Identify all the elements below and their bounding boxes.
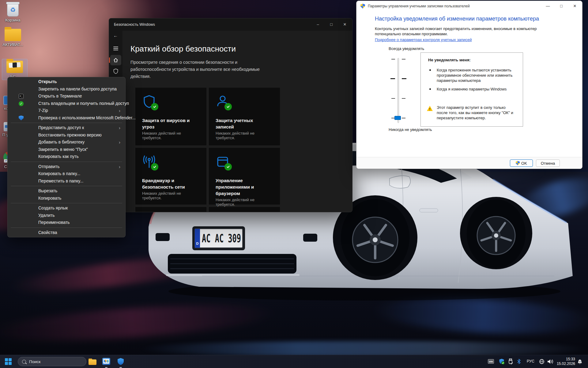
app-window-icon <box>216 155 232 171</box>
tray-clock[interactable]: 15:33 15.02.2026 <box>556 357 575 366</box>
info-bullet: Когда я изменяю параметры Windows <box>437 86 514 92</box>
menu-item-create-shortcut[interactable]: Создать ярлык <box>8 205 125 212</box>
window-title: Безопасность Windows <box>114 18 155 31</box>
tray-notification-bell-icon[interactable]: z <box>577 359 583 365</box>
notification-info-box: Не уведомлять меня: Когда приложения пыт… <box>420 52 523 127</box>
window-title: Параметры управления учетными записями п… <box>368 1 470 11</box>
tray-bluetooth-icon[interactable] <box>517 359 521 364</box>
start-button[interactable] <box>5 358 12 365</box>
slider-tick <box>402 59 405 59</box>
warning-text: Этот параметр вступит в силу только посл… <box>437 105 516 121</box>
uac-shield-icon <box>360 4 365 9</box>
menu-item-cut[interactable]: Вырезать <box>8 187 125 195</box>
menu-item-delete[interactable]: Удалить <box>8 212 125 219</box>
tile-title: Управление приложениями и браузером <box>216 177 272 197</box>
menu-item-restore-previous[interactable]: Восстановить прежнюю версию <box>8 132 125 139</box>
maximize-button[interactable]: □ <box>325 18 338 31</box>
sidebar-item-home[interactable] <box>110 55 121 65</box>
desktop-icon-recycle-bin[interactable]: ♻ Корзина <box>0 3 26 22</box>
minimize-button[interactable]: – <box>311 18 325 31</box>
menu-item-send-to[interactable]: Отправить› <box>8 163 125 171</box>
menu-item-copy-to-folder[interactable]: Копировать в папку... <box>8 170 125 178</box>
slider-tick-default <box>390 78 395 79</box>
shield-check-icon: ✓ <box>19 101 24 106</box>
menu-item-pin-quick-access[interactable]: Закрепить на панели быстрого доступа <box>8 86 125 93</box>
menu-separator <box>11 186 122 186</box>
recycle-glyph: ♻ <box>10 6 16 13</box>
tile-status: Никаких действий не требуется. <box>142 131 200 140</box>
menu-item-7zip[interactable]: 7-Zip› <box>8 107 125 114</box>
check-badge-icon <box>224 103 232 110</box>
menu-hamburger-icon[interactable] <box>113 46 118 51</box>
home-icon <box>113 57 119 63</box>
menu-item-give-access[interactable]: Предоставить доступ к› <box>8 124 125 132</box>
menu-item-open-terminal[interactable]: >_Открыть в Терминале <box>8 93 125 100</box>
submenu-arrow-icon: › <box>119 124 120 132</box>
folder-icon <box>5 29 21 41</box>
uac-details-link[interactable]: Подробнее о параметрах контроля учетных … <box>375 37 472 42</box>
taskbar-defender-icon[interactable] <box>117 358 124 366</box>
sidebar-item-protection[interactable] <box>113 68 119 75</box>
desktop-icon-aktivat-folder[interactable]: АКТИВАТ... <box>0 29 26 47</box>
menu-separator <box>11 162 122 162</box>
clock-time: 15:33 <box>556 357 575 362</box>
menu-item-defender-scan[interactable]: Проверка с использованием Microsoft Defe… <box>8 114 125 122</box>
pie-chart-glyph <box>104 360 107 362</box>
tile-title: Брандмауэр и безопасность сети <box>142 177 198 190</box>
tile-status: Никаких действий не требуется. <box>142 191 200 200</box>
menu-item-rename[interactable]: Переименовать <box>8 219 125 226</box>
tile-partial[interactable] <box>209 207 280 212</box>
close-button[interactable]: ✕ <box>568 1 582 11</box>
menu-item-add-to-library[interactable]: Добавить в библиотеку› <box>8 139 125 146</box>
slider-tick <box>402 98 405 99</box>
warning-icon: ! <box>427 106 433 111</box>
menu-item-open[interactable]: Открыть <box>8 78 125 86</box>
menu-separator <box>11 203 122 203</box>
window-controls: – □ ✕ <box>311 18 352 31</box>
tile-partial[interactable] <box>135 207 206 212</box>
tile-firewall-network[interactable]: Брандмауэр и безопасность сети Никаких д… <box>135 148 206 205</box>
menu-item-copy-as-path[interactable]: Копировать как путь <box>8 153 125 160</box>
menu-item-move-to-folder[interactable]: Переместить в папку... <box>8 178 125 185</box>
ok-button[interactable]: OK <box>510 159 533 167</box>
maximize-button[interactable]: □ <box>555 1 568 11</box>
info-box-title: Не уведомлять меня: <box>428 58 471 62</box>
taskbar: Поиск vm РУС <box>0 355 588 368</box>
menu-item-copy[interactable]: Копировать <box>8 195 125 202</box>
tray-network-globe-icon[interactable] <box>539 359 545 364</box>
recycle-bin-icon: ♻ <box>7 3 19 17</box>
menu-separator <box>11 123 122 123</box>
tray-volume-icon[interactable] <box>547 359 554 364</box>
tray-vmware-icon[interactable]: vm <box>488 359 494 364</box>
search-input[interactable]: Поиск <box>18 357 86 366</box>
menu-item-pin-to-start[interactable]: Закрепить в меню "Пуск" <box>8 146 125 153</box>
menu-item-take-ownership[interactable]: ✓Стать владельцем и получить полный дост… <box>8 100 125 107</box>
uac-shield-icon <box>516 161 520 165</box>
tray-usb-eject-icon[interactable] <box>508 358 513 365</box>
account-icon <box>216 94 232 110</box>
tray-language-indicator[interactable]: РУС <box>527 359 534 363</box>
shield-icon <box>113 68 119 74</box>
tray-security-shield-icon[interactable] <box>499 358 505 365</box>
open-folder-icon <box>6 61 23 73</box>
slider-bottom-label: Никогда не уведомлять <box>389 127 432 132</box>
check-badge-icon <box>151 163 158 171</box>
tile-account-protection[interactable]: Защита учетных записей Никаких действий … <box>209 88 280 145</box>
defender-shield-icon <box>19 116 24 121</box>
minimize-button[interactable]: — <box>541 1 555 11</box>
info-bullet: Когда приложения пытаются установить про… <box>437 67 514 83</box>
uac-slider-thumb[interactable] <box>394 116 401 120</box>
cancel-button[interactable]: Отмена <box>536 159 560 167</box>
back-arrow-icon[interactable]: ← <box>113 33 118 38</box>
submenu-arrow-icon: › <box>119 107 120 114</box>
tile-app-browser-control[interactable]: Управление приложениями и браузером Ника… <box>209 148 280 205</box>
tile-virus-threat-protection[interactable]: Защита от вирусов и угроз Никаких действ… <box>135 88 206 145</box>
menu-item-properties[interactable]: Свойства <box>8 229 125 236</box>
security-tiles: Защита от вирусов и угроз Никаких действ… <box>135 88 280 212</box>
uac-slider-track[interactable] <box>398 58 399 123</box>
taskbar-file-explorer-icon[interactable] <box>89 358 96 365</box>
close-button[interactable]: ✕ <box>338 18 352 31</box>
bullet-dot <box>429 69 431 71</box>
terminal-icon: >_ <box>19 94 24 99</box>
taskbar-monitor-app-icon[interactable] <box>102 358 110 365</box>
